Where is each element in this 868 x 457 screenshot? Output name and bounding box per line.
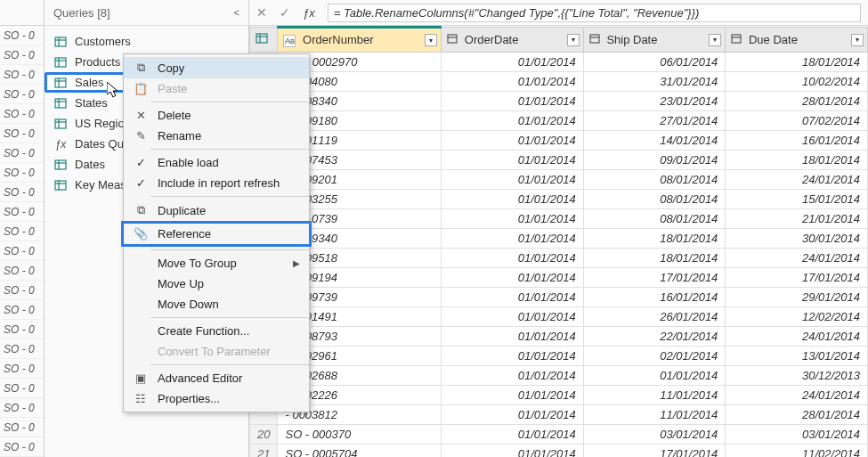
table-row[interactable]: - 000745301/01/201409/01/201418/01/2014	[250, 151, 868, 170]
table-row[interactable]: - 000951801/01/201418/01/201424/01/2014	[250, 249, 868, 268]
table-row[interactable]: 20SO - 00037001/01/201403/01/201403/01/2…	[250, 425, 868, 445]
cell[interactable]: 18/01/2014	[726, 53, 868, 72]
cell[interactable]: 09/01/2014	[583, 151, 726, 170]
table-row[interactable]: - 000268801/01/201401/01/201430/12/2013	[250, 366, 868, 386]
cell[interactable]: 24/01/2014	[726, 170, 868, 190]
cell[interactable]: 22/01/2014	[583, 327, 726, 347]
column-filter-icon[interactable]: ▾	[709, 34, 721, 46]
cell[interactable]: 12/02/2014	[726, 307, 868, 327]
cell[interactable]: 17/01/2014	[583, 445, 726, 458]
column-filter-icon[interactable]: ▾	[425, 34, 437, 46]
table-row[interactable]: - 000919401/01/201417/01/201417/01/2014	[250, 268, 868, 288]
menu-create-function[interactable]: Create Function...	[124, 321, 309, 341]
queries-header[interactable]: Queries [8] <	[45, 0, 248, 26]
cell[interactable]: 11/01/2014	[583, 405, 726, 425]
cell[interactable]: 08/01/2014	[583, 170, 726, 190]
table-row[interactable]: - 000111901/01/201414/01/201416/01/2014	[250, 131, 868, 151]
cell[interactable]: 24/01/2014	[726, 327, 868, 347]
cell[interactable]: 01/01/2014	[442, 111, 584, 131]
menu-advanced-editor[interactable]: ▣ Advanced Editor	[124, 368, 309, 388]
cell[interactable]: SO - 0005704	[278, 445, 442, 458]
cell[interactable]: 17/01/2014	[726, 268, 868, 288]
menu-move-down[interactable]: Move Down	[124, 294, 309, 314]
cell[interactable]: 10/02/2014	[726, 72, 868, 92]
cell[interactable]: 01/01/2014	[442, 229, 584, 249]
cell[interactable]: 01/01/2014	[442, 327, 584, 347]
table-row[interactable]: - 000920101/01/201408/01/201424/01/2014	[250, 170, 868, 190]
formula-input[interactable]	[328, 4, 861, 22]
table-row[interactable]: - 000222601/01/201411/01/201424/01/2014	[250, 386, 868, 405]
cell[interactable]: 26/01/2014	[583, 307, 726, 327]
menu-include-refresh[interactable]: Include in report refresh	[124, 173, 309, 193]
cell[interactable]: 01/01/2014	[442, 92, 584, 111]
table-row[interactable]: 21SO - 000570401/01/201417/01/201411/02/…	[250, 445, 868, 458]
cell[interactable]: 11/02/2014	[726, 445, 868, 458]
column-header-ordernumber[interactable]: AB OrderNumber ▾	[278, 28, 442, 53]
cell[interactable]: 16/01/2014	[726, 131, 868, 151]
cell[interactable]: 01/01/2014	[442, 170, 584, 190]
cell[interactable]: 01/01/2014	[442, 288, 584, 307]
cell[interactable]: 01/01/2014	[442, 386, 584, 405]
table-row[interactable]: - 000149101/01/201426/01/201412/02/2014	[250, 307, 868, 327]
cell[interactable]: 13/01/2014	[726, 347, 868, 366]
table-row[interactable]: - 000934001/01/201418/01/201430/01/2014	[250, 229, 868, 249]
menu-duplicate[interactable]: ⧉ Duplicate	[124, 200, 309, 221]
column-header-shipdate[interactable]: Ship Date ▾	[583, 28, 726, 53]
table-row[interactable]: - 001073901/01/201408/01/201421/01/2014	[250, 209, 868, 229]
table-row[interactable]: - 000973901/01/201416/01/201429/01/2014	[250, 288, 868, 307]
cancel-formula-icon[interactable]: ✕	[256, 5, 267, 20]
cell[interactable]: 21/01/2014	[726, 209, 868, 229]
cell[interactable]: 28/01/2014	[726, 92, 868, 111]
cell[interactable]: 01/01/2014	[442, 151, 584, 170]
cell[interactable]: 01/01/2014	[442, 131, 584, 151]
cell[interactable]: 29/01/2014	[726, 288, 868, 307]
cell[interactable]: 01/01/2014	[442, 366, 584, 386]
cell[interactable]: 11/01/2014	[583, 386, 726, 405]
rownum-column-header[interactable]	[250, 28, 278, 53]
cell[interactable]: 03/01/2014	[726, 425, 868, 445]
cell[interactable]: 01/01/2014	[442, 190, 584, 209]
cell[interactable]: 18/01/2014	[726, 151, 868, 170]
cell[interactable]: 03/01/2014	[583, 425, 726, 445]
menu-enable-load[interactable]: Enable load	[124, 152, 309, 173]
cell[interactable]: 01/01/2014	[442, 53, 584, 72]
cell[interactable]: SO - 000370	[278, 425, 442, 445]
cell[interactable]: 01/01/2014	[442, 347, 584, 366]
cell[interactable]: 18/01/2014	[583, 249, 726, 268]
column-header-orderdate[interactable]: OrderDate ▾	[442, 28, 584, 53]
menu-properties[interactable]: ☷ Properties...	[124, 388, 309, 409]
menu-rename[interactable]: ✎ Rename	[124, 126, 309, 146]
cell[interactable]: 14/01/2014	[583, 131, 726, 151]
cell[interactable]: 08/01/2014	[583, 209, 726, 229]
cell[interactable]: 17/01/2014	[583, 268, 726, 288]
cell[interactable]: 18/01/2014	[583, 229, 726, 249]
menu-move-to-group[interactable]: Move To Group ▶	[124, 253, 309, 273]
cell[interactable]: 07/02/2014	[726, 111, 868, 131]
cell[interactable]: 01/01/2014	[442, 307, 584, 327]
column-filter-icon[interactable]: ▾	[567, 34, 580, 46]
table-row[interactable]: - 000879301/01/201422/01/201424/01/2014	[250, 327, 868, 347]
cell[interactable]: 01/01/2014	[442, 445, 584, 458]
cell[interactable]: 23/01/2014	[583, 92, 726, 111]
cell[interactable]: 16/01/2014	[583, 288, 726, 307]
cell[interactable]: 15/01/2014	[726, 190, 868, 209]
cell[interactable]: 06/01/2014	[583, 53, 726, 72]
column-header-duedate[interactable]: Due Date ▾	[726, 28, 868, 53]
cell[interactable]: 08/01/2014	[583, 190, 726, 209]
cell[interactable]: 30/12/2013	[726, 366, 868, 386]
cell[interactable]: 30/01/2014	[726, 229, 868, 249]
cell[interactable]: 31/01/2014	[583, 72, 726, 92]
cell[interactable]: 28/01/2014	[726, 405, 868, 425]
table-row[interactable]: - 000296101/01/201402/01/201413/01/2014	[250, 347, 868, 366]
table-row[interactable]: - 000834001/01/201423/01/201428/01/2014	[250, 92, 868, 111]
cell[interactable]: 01/01/2014	[442, 268, 584, 288]
cell[interactable]: 01/01/2014	[442, 425, 584, 445]
table-row[interactable]: 1SO - 000297001/01/201406/01/201418/01/2…	[250, 53, 868, 72]
cell[interactable]: 24/01/2014	[726, 386, 868, 405]
cell[interactable]: 24/01/2014	[726, 249, 868, 268]
cell[interactable]: 01/01/2014	[442, 249, 584, 268]
cell[interactable]: 01/01/2014	[442, 72, 584, 92]
cell[interactable]: 02/01/2014	[583, 347, 726, 366]
table-row[interactable]: - 000408001/01/201431/01/201410/02/2014	[250, 72, 868, 92]
table-row[interactable]: - 000325501/01/201408/01/201415/01/2014	[250, 190, 868, 209]
